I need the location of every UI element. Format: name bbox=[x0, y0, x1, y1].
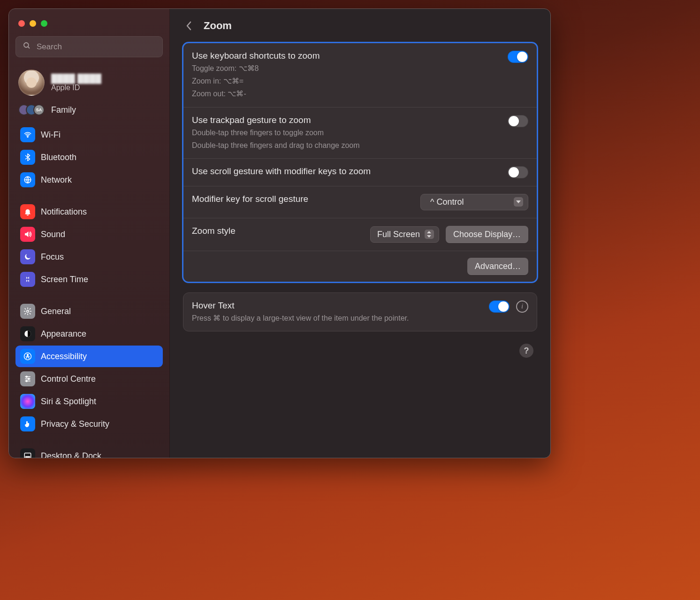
notifications-icon bbox=[20, 204, 35, 219]
scroll-gesture-row: Use scroll gesture with modifier keys to… bbox=[183, 158, 537, 186]
sidebar-item-focus[interactable]: Focus bbox=[15, 246, 163, 268]
zoom-style-row: Zoom style Full Screen Choose Display… bbox=[183, 218, 537, 251]
svg-point-4 bbox=[27, 310, 29, 313]
sidebar-item-label: Sound bbox=[41, 230, 65, 239]
account-name: ████ ████ bbox=[51, 74, 101, 84]
hover-text-toggle[interactable] bbox=[489, 300, 510, 313]
svg-point-14 bbox=[24, 398, 31, 405]
sidebar-item-label: Focus bbox=[41, 252, 64, 262]
trackpad-gesture-hint-1: Double-tap three fingers to toggle zoom bbox=[192, 127, 498, 138]
trackpad-gesture-row: Use trackpad gesture to zoom Double-tap … bbox=[183, 107, 537, 158]
modifier-key-select[interactable]: ^ Control bbox=[420, 194, 528, 210]
keyboard-shortcuts-hint-3: Zoom out: ⌥⌘- bbox=[192, 88, 498, 99]
search-input[interactable] bbox=[36, 42, 156, 52]
back-button[interactable] bbox=[183, 20, 195, 32]
sidebar-group-desktop: Desktop & Dock bbox=[15, 445, 163, 458]
sidebar-item-siri[interactable]: Siri & Spotlight bbox=[15, 391, 163, 412]
sidebar-item-label: Notifications bbox=[41, 207, 87, 217]
sidebar-item-accessibility[interactable]: Accessibility bbox=[15, 346, 163, 367]
sidebar-item-label: Privacy & Security bbox=[41, 419, 109, 429]
hover-text-row: Hover Text Press ⌘ to display a large-te… bbox=[183, 293, 537, 331]
screentime-icon bbox=[20, 272, 35, 287]
choose-display-button[interactable]: Choose Display… bbox=[446, 226, 528, 243]
hover-text-title: Hover Text bbox=[192, 300, 479, 311]
sidebar-item-label: Accessibility bbox=[41, 352, 87, 362]
chevron-up-down-icon bbox=[425, 230, 434, 239]
zoom-style-value: Full Screen bbox=[377, 230, 420, 239]
sidebar-item-appearance[interactable]: Appearance bbox=[15, 323, 163, 345]
zoom-style-select[interactable]: Full Screen bbox=[370, 226, 439, 243]
window-controls bbox=[15, 18, 163, 36]
sidebar-item-wifi[interactable]: Wi-Fi bbox=[15, 124, 163, 146]
sidebar-item-label: Appearance bbox=[41, 329, 86, 339]
svg-marker-17 bbox=[516, 200, 521, 203]
sidebar-item-screentime[interactable]: Screen Time bbox=[15, 269, 163, 290]
sidebar-item-label: Network bbox=[41, 175, 72, 185]
sidebar-item-bluetooth[interactable]: Bluetooth bbox=[15, 146, 163, 168]
modifier-key-row: Modifier key for scroll gesture ^ Contro… bbox=[183, 186, 537, 218]
appearance-icon bbox=[20, 326, 35, 341]
sidebar-group-network: Wi-FiBluetoothNetwork bbox=[15, 124, 163, 191]
modifier-key-value: ^ Control bbox=[430, 197, 464, 207]
sidebar-item-general[interactable]: General bbox=[15, 300, 163, 322]
family-row[interactable]: SA Family bbox=[15, 102, 163, 124]
keyboard-shortcuts-toggle[interactable] bbox=[508, 51, 528, 63]
zoom-style-label: Zoom style bbox=[192, 226, 361, 236]
accessibility-icon bbox=[20, 349, 35, 364]
privacy-icon bbox=[20, 416, 35, 431]
family-label: Family bbox=[51, 105, 76, 115]
search-field[interactable] bbox=[15, 36, 163, 57]
close-window-button[interactable] bbox=[18, 20, 25, 27]
page-title: Zoom bbox=[204, 20, 232, 32]
zoom-settings-panel: Use keyboard shortcuts to zoom Toggle zo… bbox=[183, 43, 537, 282]
svg-point-13 bbox=[26, 380, 27, 382]
scroll-gesture-title: Use scroll gesture with modifier keys to… bbox=[192, 166, 498, 177]
sidebar-item-label: Desktop & Dock bbox=[41, 451, 101, 458]
keyboard-shortcuts-hint-2: Zoom in: ⌥⌘= bbox=[192, 76, 498, 86]
titlebar: Zoom bbox=[183, 9, 537, 43]
user-avatar bbox=[18, 69, 45, 96]
advanced-button[interactable]: Advanced… bbox=[467, 258, 528, 275]
svg-line-1 bbox=[28, 46, 30, 48]
hover-text-desc: Press ⌘ to display a large-text view of … bbox=[192, 313, 479, 323]
sidebar-item-network[interactable]: Network bbox=[15, 169, 163, 191]
apple-id-label: Apple ID bbox=[51, 84, 101, 92]
svg-rect-16 bbox=[26, 457, 30, 458]
trackpad-gesture-hint-2: Double-tap three fingers and drag to cha… bbox=[192, 140, 498, 151]
focus-icon bbox=[20, 249, 35, 264]
siri-icon bbox=[20, 394, 35, 409]
svg-point-12 bbox=[28, 378, 30, 380]
info-icon[interactable]: i bbox=[516, 300, 528, 313]
svg-point-7 bbox=[27, 354, 29, 356]
settings-window: ████ ████ Apple ID SA Family Wi-FiBlueto… bbox=[8, 8, 551, 458]
trackpad-gesture-title: Use trackpad gesture to zoom bbox=[192, 115, 498, 125]
apple-id-row[interactable]: ████ ████ Apple ID bbox=[15, 67, 163, 102]
sidebar-item-desktop[interactable]: Desktop & Dock bbox=[15, 445, 163, 458]
sidebar: ████ ████ Apple ID SA Family Wi-FiBlueto… bbox=[9, 9, 170, 458]
desktop-icon bbox=[20, 448, 35, 458]
svg-point-0 bbox=[24, 43, 29, 47]
fullscreen-window-button[interactable] bbox=[41, 20, 47, 27]
sidebar-group-attention: NotificationsSoundFocusScreen Time bbox=[15, 201, 163, 290]
minimize-window-button[interactable] bbox=[30, 20, 36, 27]
sidebar-item-label: Screen Time bbox=[41, 275, 88, 285]
help-button[interactable]: ? bbox=[519, 344, 533, 358]
scroll-gesture-toggle[interactable] bbox=[508, 166, 528, 178]
sound-icon bbox=[20, 227, 35, 242]
trackpad-gesture-toggle[interactable] bbox=[508, 115, 528, 127]
modifier-key-label: Modifier key for scroll gesture bbox=[192, 194, 411, 204]
sidebar-item-sound[interactable]: Sound bbox=[15, 223, 163, 245]
advanced-row: Advanced… bbox=[183, 251, 537, 282]
sidebar-item-notifications[interactable]: Notifications bbox=[15, 201, 163, 223]
network-icon bbox=[20, 172, 35, 187]
family-avatars: SA bbox=[18, 104, 45, 115]
keyboard-shortcuts-hint-1: Toggle zoom: ⌥⌘8 bbox=[192, 63, 498, 74]
sidebar-item-controlcentre[interactable]: Control Centre bbox=[15, 368, 163, 390]
svg-point-2 bbox=[27, 137, 28, 138]
sidebar-item-label: Bluetooth bbox=[41, 153, 76, 162]
sidebar-item-privacy[interactable]: Privacy & Security bbox=[15, 413, 163, 435]
chevron-down-icon bbox=[514, 197, 523, 207]
keyboard-shortcuts-row: Use keyboard shortcuts to zoom Toggle zo… bbox=[183, 43, 537, 107]
controlcentre-icon bbox=[20, 371, 35, 386]
sidebar-item-label: Wi-Fi bbox=[41, 130, 61, 140]
